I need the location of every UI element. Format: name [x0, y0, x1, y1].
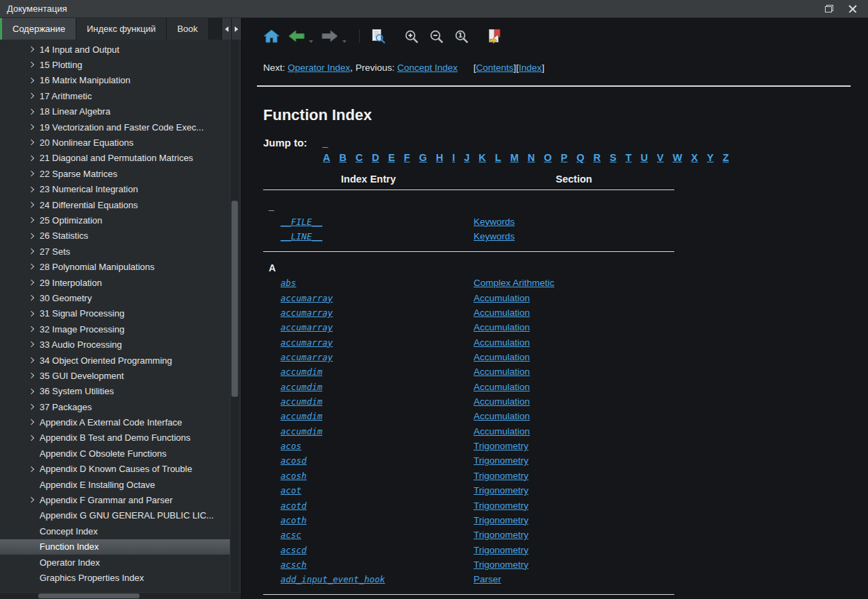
tree-item[interactable]: 37 Packages — [0, 399, 230, 414]
index-link[interactable]: Index — [519, 62, 542, 73]
chevron-right-icon[interactable] — [28, 341, 34, 347]
tab-scroll-right-button[interactable] — [231, 18, 241, 40]
tree-item[interactable]: 16 Matrix Manipulation — [0, 73, 230, 88]
contents-link[interactable]: Contents — [476, 62, 514, 73]
function-link[interactable]: acsc — [281, 530, 301, 540]
chevron-right-icon[interactable] — [28, 62, 34, 67]
section-link[interactable]: Accumulation — [474, 293, 530, 303]
find-in-page-button[interactable] — [367, 25, 389, 47]
section-link[interactable]: Accumulation — [474, 382, 530, 392]
tree-item[interactable]: 25 Optimization — [0, 212, 230, 228]
tree-item[interactable]: Appendix E Installing Octave — [0, 477, 230, 492]
chevron-right-icon[interactable] — [28, 78, 34, 83]
section-link[interactable]: Trigonometry — [474, 455, 528, 466]
tree-item[interactable]: 32 Image Processing — [0, 321, 230, 337]
zoom-original-button[interactable]: 1 — [450, 25, 472, 47]
chevron-right-icon[interactable] — [28, 202, 34, 208]
function-link[interactable]: add_input_event_hook — [281, 574, 385, 584]
function-link[interactable]: abs — [281, 278, 297, 288]
section-link[interactable]: Keywords — [474, 231, 515, 242]
tree-item[interactable]: 24 Differential Equations — [0, 197, 230, 212]
chevron-right-icon[interactable] — [28, 373, 34, 378]
tree-item[interactable]: 15 Plotting — [0, 57, 230, 72]
jump-letter-link[interactable]: M — [510, 152, 519, 163]
tree-item[interactable]: 17 Arithmetic — [0, 88, 230, 103]
jump-letter-link[interactable]: S — [610, 152, 617, 163]
tree-item[interactable]: 28 Polynomial Manipulations — [0, 259, 230, 274]
back-history-dropdown-icon[interactable] — [309, 40, 313, 43]
next-link[interactable]: Operator Index — [287, 62, 350, 73]
chevron-right-icon[interactable] — [28, 217, 34, 223]
function-link[interactable]: acos — [281, 441, 301, 451]
chevron-right-icon[interactable] — [28, 295, 34, 301]
tree-item[interactable]: 19 Vectorization and Faster Code Exec... — [0, 119, 230, 135]
chevron-right-icon[interactable] — [28, 93, 34, 99]
section-link[interactable]: Trigonometry — [474, 500, 528, 511]
tree-item[interactable]: 23 Numerical Integration — [0, 182, 230, 197]
chevron-right-icon[interactable] — [28, 186, 34, 192]
jump-letter-link[interactable]: G — [419, 152, 426, 163]
chevron-right-icon[interactable] — [28, 466, 34, 471]
tree-item[interactable]: 33 Audio Processing — [0, 337, 230, 352]
zoom-in-button[interactable] — [400, 25, 422, 47]
jump-letter-link[interactable]: Q — [576, 152, 584, 163]
back-button[interactable] — [285, 25, 308, 47]
function-link[interactable]: accumarray — [281, 307, 333, 318]
tab[interactable]: Book — [167, 18, 209, 40]
function-link[interactable]: __LINE__ — [281, 231, 322, 242]
section-link[interactable]: Accumulation — [474, 337, 530, 348]
jump-letter-link[interactable]: X — [691, 152, 698, 163]
zoom-out-button[interactable] — [425, 25, 447, 47]
jump-letter-link[interactable]: _ — [322, 137, 328, 149]
jump-letter-link[interactable]: F — [404, 152, 410, 163]
section-link[interactable]: Accumulation — [474, 366, 530, 377]
chevron-right-icon[interactable] — [28, 435, 34, 441]
chevron-right-icon[interactable] — [28, 248, 34, 254]
chevron-right-icon[interactable] — [28, 264, 34, 269]
forward-history-dropdown-icon[interactable] — [342, 40, 347, 43]
tree-item[interactable]: 36 System Utilities — [0, 384, 230, 399]
jump-letter-link[interactable]: U — [641, 152, 648, 163]
tab[interactable]: Индекс функций — [76, 18, 167, 40]
jump-letter-link[interactable]: T — [626, 152, 632, 163]
function-link[interactable]: accumdim — [281, 426, 322, 437]
chevron-right-icon[interactable] — [28, 280, 34, 285]
jump-letter-link[interactable]: C — [356, 152, 362, 163]
tab-scroll-left-button[interactable] — [222, 18, 231, 40]
function-link[interactable]: acosd — [281, 455, 307, 466]
function-link[interactable]: accumarray — [281, 352, 333, 362]
chevron-right-icon[interactable] — [28, 233, 34, 238]
section-link[interactable]: Trigonometry — [474, 559, 528, 570]
chevron-right-icon[interactable] — [28, 388, 34, 394]
tree-item[interactable]: 31 Signal Processing — [0, 306, 230, 321]
section-link[interactable]: Trigonometry — [474, 515, 528, 525]
tree-item[interactable]: Appendix A External Code Interface — [0, 414, 230, 430]
section-link[interactable]: Accumulation — [474, 411, 530, 421]
chevron-right-icon[interactable] — [28, 171, 34, 176]
section-link[interactable]: Accumulation — [474, 322, 530, 332]
chevron-right-icon[interactable] — [28, 155, 34, 160]
tree-item[interactable]: Appendix C Obsolete Functions — [0, 446, 230, 461]
jump-letter-link[interactable]: L — [495, 152, 501, 163]
tree-item[interactable]: 29 Interpolation — [0, 275, 230, 290]
tree-item[interactable]: Graphics Properties Index — [0, 570, 230, 585]
tree-item[interactable]: 35 GUI Development — [0, 368, 230, 383]
jump-letter-link[interactable]: Z — [723, 152, 729, 163]
section-link[interactable]: Trigonometry — [474, 441, 528, 451]
horizontal-scrollbar-thumb[interactable] — [38, 593, 140, 598]
jump-letter-link[interactable]: V — [657, 152, 664, 163]
section-link[interactable]: Trigonometry — [474, 545, 528, 555]
tree-item[interactable]: 22 Sparse Matrices — [0, 166, 230, 181]
chevron-right-icon[interactable] — [28, 108, 34, 114]
function-link[interactable]: accumdim — [281, 382, 322, 392]
jump-letter-link[interactable]: B — [339, 152, 346, 163]
jump-letter-link[interactable]: E — [388, 152, 395, 163]
jump-letter-link[interactable]: Y — [707, 152, 714, 163]
function-link[interactable]: accumarray — [281, 293, 333, 303]
function-link[interactable]: acscd — [281, 545, 307, 555]
section-link[interactable]: Accumulation — [474, 396, 530, 407]
section-link[interactable]: Accumulation — [474, 307, 530, 318]
chevron-right-icon[interactable] — [28, 497, 34, 503]
tree-item[interactable]: 26 Statistics — [0, 228, 230, 244]
chevron-right-icon[interactable] — [28, 357, 34, 363]
